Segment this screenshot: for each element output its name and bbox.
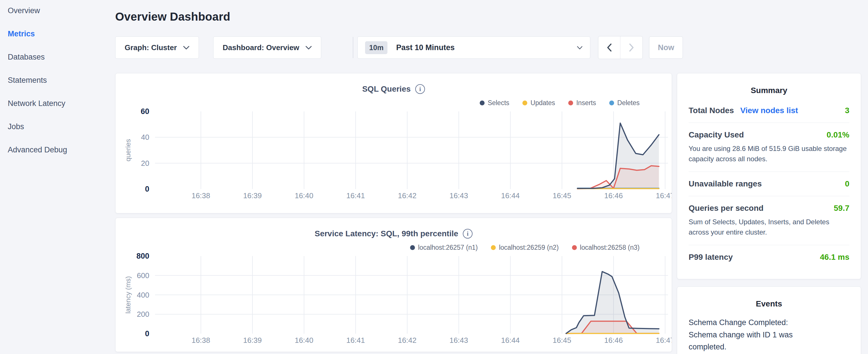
legend-item-selects: Selects <box>480 99 509 107</box>
x-axis-tick-label: 16:45 <box>553 336 571 345</box>
sidebar-nav: OverviewMetricsDatabasesStatementsNetwor… <box>8 3 111 165</box>
chevron-left-icon <box>607 43 612 52</box>
sql-queries-plot[interactable]: 16:3816:3916:4016:4116:4216:4316:4416:45… <box>116 73 672 213</box>
x-axis-tick-label: 16:45 <box>553 191 571 200</box>
charts-column: 16:3816:3916:4016:4116:4216:4316:4416:45… <box>115 73 672 354</box>
x-axis-tick-label: 16:40 <box>294 191 313 200</box>
sidebar-item-jobs[interactable]: Jobs <box>8 119 111 134</box>
x-axis-tick-label: 16:42 <box>398 191 416 200</box>
summary-row-main: P99 latency46.1 ms <box>689 253 849 262</box>
legend-label: Deletes <box>617 99 640 107</box>
y-axis-tick-label: 800 <box>136 252 149 260</box>
summary-row-label: Capacity Used <box>689 130 744 139</box>
summary-row-p99-latency: P99 latency46.1 ms <box>689 245 849 269</box>
summary-row-value: 3 <box>845 106 849 115</box>
graph-dropdown-label: Graph: Cluster <box>125 43 177 52</box>
summary-row-label: Total Nodes <box>689 106 734 115</box>
x-axis-tick-label: 16:38 <box>191 191 210 200</box>
now-button[interactable]: Now <box>649 36 683 59</box>
right-column: Summary Total NodesView nodes list3Capac… <box>677 73 861 354</box>
legend-item-localhost-26259-n2: localhost:26259 (n2) <box>491 244 559 252</box>
y-axis-tick-label: 400 <box>137 291 149 299</box>
sidebar-item-metrics[interactable]: Metrics <box>8 26 111 41</box>
events-title: Events <box>689 299 849 309</box>
legend-label: localhost:26259 (n2) <box>499 244 559 252</box>
sidebar-item-advanced-debug[interactable]: Advanced Debug <box>8 142 111 158</box>
chart-title-row: Service Latency: SQL, 99th percentile i <box>116 229 672 238</box>
dashboard-dropdown[interactable]: Dashboard: Overview <box>213 36 321 59</box>
sidebar-item-databases[interactable]: Databases <box>8 49 111 65</box>
x-axis-tick-label: 16:43 <box>449 336 468 345</box>
summary-row-value: 0.01% <box>827 130 849 139</box>
overview-dashboard-page: { "page": { "title": "Overview Dashboard… <box>0 0 868 354</box>
summary-row-main: Unavailable ranges0 <box>689 179 849 189</box>
sidebar-item-overview[interactable]: Overview <box>8 3 111 18</box>
legend-dot-icon <box>491 245 496 250</box>
chevron-down-icon <box>577 46 583 50</box>
legend-dot-icon <box>609 100 614 105</box>
x-axis-tick-label: 16:44 <box>501 191 520 200</box>
legend-label: localhost:26258 (n3) <box>580 244 640 252</box>
summary-row-value: 0 <box>845 179 849 189</box>
summary-row-label: Queries per second <box>689 204 764 213</box>
event-item[interactable]: Schema Change Completed: Schema change w… <box>689 317 849 354</box>
dashboard-dropdown-label: Dashboard: Overview <box>223 43 299 52</box>
page-title: Overview Dashboard <box>115 10 230 23</box>
legend-label: Updates <box>530 99 555 107</box>
x-axis-tick-label: 16:40 <box>294 336 313 345</box>
time-step-back-button[interactable] <box>598 36 620 59</box>
x-axis-tick-label: 16:47 <box>656 336 672 345</box>
x-axis-tick-label: 16:42 <box>398 336 416 345</box>
summary-row-label: Unavailable ranges <box>689 179 762 189</box>
chart-title-row: SQL Queries i <box>116 84 672 94</box>
summary-row-value: 59.7 <box>834 204 850 213</box>
chevron-down-icon <box>306 45 312 50</box>
chevron-down-icon <box>183 45 189 50</box>
event-text: Schema Change Completed: Schema change w… <box>689 317 817 353</box>
legend-item-localhost-26257-n1: localhost:26257 (n1) <box>410 244 478 252</box>
summary-row-label: P99 latency <box>689 253 733 262</box>
y-axis-tick-label: 0 <box>145 185 149 193</box>
graph-dropdown[interactable]: Graph: Cluster <box>115 36 199 59</box>
x-axis-tick-label: 16:44 <box>501 336 520 345</box>
summary-row-description: You are using 28.6 MiB of 515.9 GiB usab… <box>689 143 849 164</box>
info-icon[interactable]: i <box>463 229 472 238</box>
x-axis-tick-label: 16:43 <box>449 191 468 200</box>
info-icon[interactable]: i <box>415 84 425 94</box>
legend-dot-icon <box>522 100 527 105</box>
legend-label: localhost:26257 (n1) <box>418 244 478 252</box>
summary-row-queries-per-second: Queries per second59.7Sum of Selects, Up… <box>689 196 849 245</box>
y-axis-unit-label: latency (ms) <box>124 276 132 314</box>
legend-item-localhost-26258-n3: localhost:26258 (n3) <box>572 244 640 252</box>
chevron-right-icon <box>629 43 634 52</box>
summary-row-total-nodes: Total NodesView nodes list3 <box>689 99 849 123</box>
summary-row-description: Sum of Selects, Updates, Inserts, and De… <box>689 217 849 237</box>
time-window-selector[interactable]: 10m Past 10 Minutes <box>358 36 590 59</box>
y-axis-tick-label: 600 <box>137 271 149 280</box>
x-axis-tick-label: 16:39 <box>243 336 261 345</box>
time-step-buttons <box>598 36 643 59</box>
y-axis-unit-label: queries <box>124 139 132 162</box>
summary-row-unavailable-ranges: Unavailable ranges0 <box>689 171 849 196</box>
view-nodes-list-link[interactable]: View nodes list <box>740 106 798 115</box>
summary-row-capacity-used: Capacity Used0.01%You are using 28.6 MiB… <box>689 123 849 171</box>
time-window-label: Past 10 Minutes <box>396 43 455 52</box>
sidebar-item-network-latency[interactable]: Network Latency <box>8 96 111 111</box>
x-axis-tick-label: 16:38 <box>191 336 210 345</box>
controls-divider <box>353 37 353 58</box>
sidebar-item-statements[interactable]: Statements <box>8 72 111 88</box>
x-axis-tick-label: 16:46 <box>604 191 623 200</box>
controls-toolbar: Graph: Cluster Dashboard: Overview 10m P… <box>115 36 683 59</box>
service-latency-chart-card: 16:3816:3916:4016:4116:4216:4316:4416:45… <box>115 218 672 352</box>
x-axis-tick-label: 16:39 <box>243 191 261 200</box>
summary-row-main: Total NodesView nodes list3 <box>689 106 849 115</box>
summary-row-main: Capacity Used0.01% <box>689 130 849 139</box>
events-panel: Events Schema Change Completed: Schema c… <box>677 286 861 354</box>
legend-item-updates: Updates <box>522 99 555 107</box>
y-axis-tick-label: 20 <box>141 159 149 167</box>
chart-legend: SelectsUpdatesInsertsDeletes <box>480 99 640 107</box>
time-step-forward-button[interactable] <box>620 36 643 59</box>
x-axis-tick-label: 16:46 <box>604 336 623 345</box>
time-window-badge: 10m <box>365 41 388 54</box>
legend-dot-icon <box>410 245 415 250</box>
